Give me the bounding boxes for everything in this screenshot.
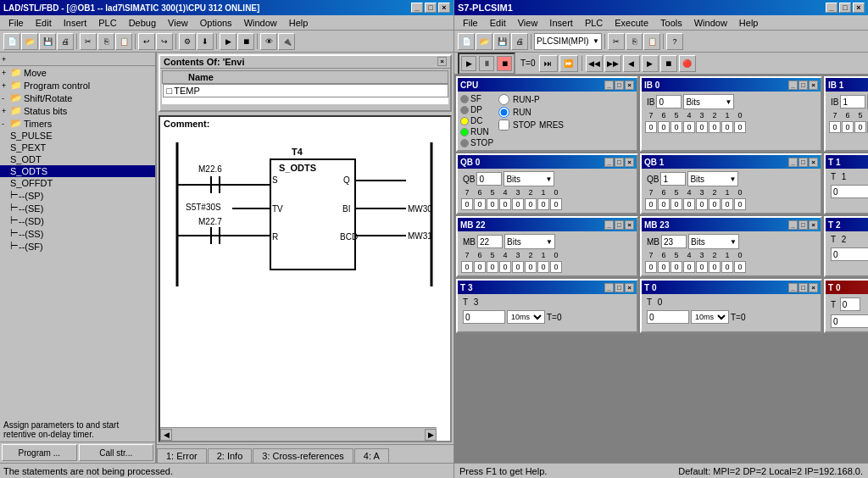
mb22-address-input[interactable] <box>477 235 503 248</box>
plcsim-menu-help[interactable]: Help <box>734 17 764 29</box>
mb22-bit-0[interactable]: 0 <box>550 261 562 273</box>
lad-close-button[interactable]: × <box>438 3 450 13</box>
mb23-bit-3[interactable]: 0 <box>696 261 708 273</box>
plcsim-menu-execute[interactable]: Execute <box>609 17 654 29</box>
cut-button[interactable]: ✂ <box>80 33 97 50</box>
tree-item-ss[interactable]: ⊢ --(SS) <box>0 227 155 240</box>
qb0-minimize-btn[interactable]: _ <box>604 158 614 167</box>
mb22-bit-1[interactable]: 0 <box>537 261 549 273</box>
ib0-bit-4[interactable]: 0 <box>683 121 695 133</box>
qb1-bit-2[interactable]: 0 <box>709 198 721 210</box>
mb22-maximize-btn[interactable]: □ <box>615 220 624 230</box>
plcsim-close-button[interactable]: × <box>853 3 865 13</box>
call-str-button[interactable]: Call str... <box>79 444 154 461</box>
qb1-bit-5[interactable]: 0 <box>670 198 682 210</box>
nav-btn-3[interactable]: ◀ <box>623 55 640 72</box>
mb23-bit-0[interactable]: 0 <box>734 261 746 273</box>
scan-single-btn[interactable]: ⏭ <box>539 55 558 72</box>
stop-checkbox[interactable] <box>498 119 509 131</box>
plcsim-new-button[interactable]: 📄 <box>458 33 475 50</box>
mb23-close-btn[interactable]: × <box>809 220 818 230</box>
t0-br-num-input[interactable] <box>840 297 860 311</box>
mb22-bit-7[interactable]: 0 <box>461 261 473 273</box>
qb0-bit-5[interactable]: 0 <box>487 198 498 210</box>
mb22-minimize-btn[interactable]: _ <box>604 220 614 230</box>
tree-item-s-odt[interactable]: S_ODT <box>0 153 155 165</box>
tree-item-sf[interactable]: ⊢ --(SF) <box>0 240 155 253</box>
mb23-bit-4[interactable]: 0 <box>683 261 695 273</box>
plcsim-menu-plc[interactable]: PLC <box>580 17 608 29</box>
menu-help[interactable]: Help <box>284 17 314 29</box>
plcsim-menu-tools[interactable]: Tools <box>655 17 687 29</box>
qb1-minimize-btn[interactable]: _ <box>788 158 798 167</box>
tree-item-sd[interactable]: ⊢ --(SD) <box>0 214 155 227</box>
run-radio[interactable] <box>498 107 509 118</box>
t3-close-btn[interactable]: × <box>625 283 634 292</box>
new-button[interactable]: 📄 <box>3 33 20 50</box>
run-button[interactable]: ▶ <box>220 33 236 50</box>
mb22-bit-2[interactable]: 0 <box>525 261 537 273</box>
mb23-type-dropdown[interactable]: Bits ▼ <box>688 234 739 249</box>
t2-value-input[interactable] <box>831 247 868 261</box>
qb1-close-btn[interactable]: × <box>809 158 818 167</box>
tree-scroll[interactable]: + 📁 Move + 📁 Program control - 📂 <box>0 66 155 418</box>
qb0-bit-2[interactable]: 0 <box>525 198 537 210</box>
tree-item-se[interactable]: ⊢ --(SE) <box>0 202 155 214</box>
qb0-type-dropdown[interactable]: Bits ▼ <box>504 171 554 186</box>
mb23-bit-7[interactable]: 0 <box>645 261 657 273</box>
nav-btn-1[interactable]: ◀◀ <box>586 55 603 72</box>
ib0-type-dropdown[interactable]: Bits ▼ <box>683 94 734 109</box>
tree-item-status-bits[interactable]: + 📁 Status bits <box>0 104 155 117</box>
tree-item-s-pulse[interactable]: S_PULSE <box>0 130 155 142</box>
menu-debug[interactable]: Debug <box>124 17 161 29</box>
qb0-bit-3[interactable]: 0 <box>512 198 524 210</box>
qb0-maximize-btn[interactable]: □ <box>615 158 624 167</box>
ib1-bit-6[interactable]: 0 <box>842 121 854 133</box>
plcsim-copy-btn[interactable]: ⎘ <box>626 33 643 50</box>
tab-info[interactable]: 2: Info <box>208 448 253 463</box>
plcsim-menu-file[interactable]: File <box>458 17 483 29</box>
menu-edit[interactable]: Edit <box>31 17 57 29</box>
cpu-close-btn[interactable]: × <box>625 81 634 90</box>
tab-a[interactable]: 4: A <box>354 448 389 463</box>
lad-maximize-button[interactable]: □ <box>425 3 437 13</box>
tree-item-s-odts[interactable]: S_ODTS <box>0 165 155 177</box>
ib0-maximize-btn[interactable]: □ <box>798 81 808 90</box>
qb0-bit-7[interactable]: 0 <box>461 198 473 210</box>
plcsim-print-button[interactable]: 🖨 <box>511 33 528 50</box>
ib0-bit-5[interactable]: 0 <box>670 121 682 133</box>
mb23-bit-5[interactable]: 0 <box>670 261 682 273</box>
qb1-bit-1[interactable]: 0 <box>721 198 733 210</box>
plcsim-stop-button[interactable]: ⏹ <box>497 56 512 71</box>
mb23-minimize-btn[interactable]: _ <box>788 220 798 230</box>
redo-button[interactable]: ↪ <box>156 33 173 50</box>
qb0-close-btn[interactable]: × <box>625 158 634 167</box>
runp-radio[interactable] <box>498 94 509 105</box>
menu-options[interactable]: Options <box>195 17 237 29</box>
open-button[interactable]: 📂 <box>21 33 38 50</box>
qb0-bit-1[interactable]: 0 <box>537 198 549 210</box>
plcsim-pause-button[interactable]: ⏸ <box>479 56 494 71</box>
program-button[interactable]: Program ... <box>2 444 77 461</box>
scan-multi-btn[interactable]: ⏩ <box>559 55 578 72</box>
nav-btn-2[interactable]: ▶▶ <box>604 55 621 72</box>
t3-value-input[interactable] <box>463 310 505 324</box>
plcsim-open-button[interactable]: 📂 <box>476 33 492 50</box>
menu-window[interactable]: Window <box>239 17 282 29</box>
mb22-close-btn[interactable]: × <box>625 220 634 230</box>
plcsim-menu-insert[interactable]: Insert <box>544 17 578 29</box>
tab-crossref[interactable]: 3: Cross-references <box>253 448 353 463</box>
qb0-address-input[interactable] <box>476 172 502 186</box>
menu-insert[interactable]: Insert <box>58 17 92 29</box>
tab-error[interactable]: 1: Error <box>157 448 207 463</box>
tree-item-shift-rotate[interactable]: - 📂 Shift/Rotate <box>0 92 155 104</box>
save-button[interactable]: 💾 <box>39 33 56 50</box>
ib0-close-btn[interactable]: × <box>809 81 818 90</box>
plcsim-combo[interactable]: PLCSIM(MPI) ▼ <box>534 33 602 50</box>
mb23-bit-6[interactable]: 0 <box>658 261 670 273</box>
print-button[interactable]: 🖨 <box>57 33 74 50</box>
qb1-bit-6[interactable]: 0 <box>658 198 670 210</box>
contents-close-button[interactable]: × <box>437 57 447 66</box>
ib0-minimize-btn[interactable]: _ <box>788 81 798 90</box>
plcsim-help-btn[interactable]: ? <box>666 33 683 50</box>
